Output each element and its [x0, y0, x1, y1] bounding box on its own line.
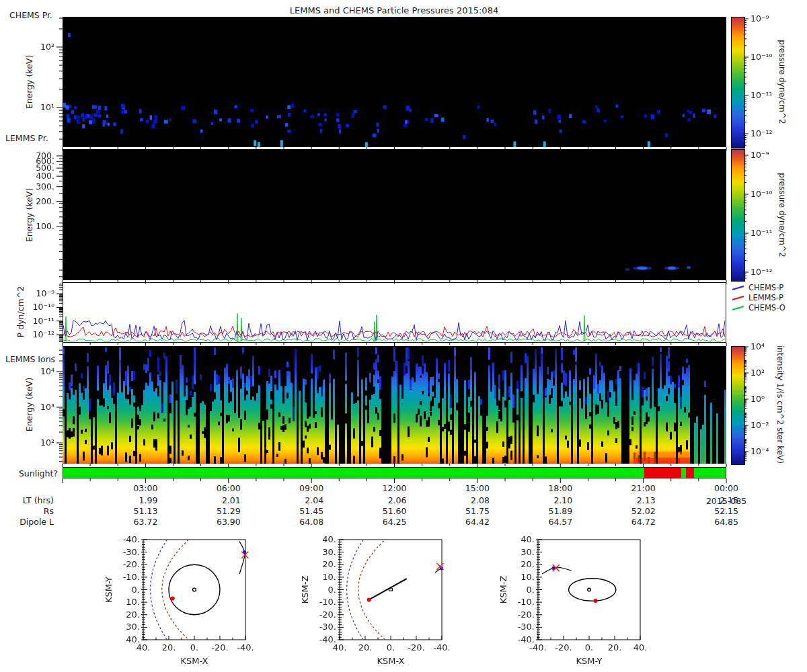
- svg-text:40.: 40.: [137, 642, 151, 653]
- svg-text:20.: 20.: [521, 559, 535, 569]
- svg-text:10⁻¹⁰: 10⁻¹⁰: [751, 189, 773, 199]
- trajectory: [542, 568, 572, 575]
- svg-text:10⁻²: 10⁻²: [751, 420, 769, 430]
- orbit-start-marker: [171, 597, 175, 601]
- orbit-start-marker: [367, 597, 371, 601]
- svg-text:-40.: -40.: [518, 634, 535, 644]
- current-position-x: [553, 564, 560, 571]
- time-tick-label: 18:00: [533, 483, 587, 493]
- current-position-x: [241, 552, 248, 558]
- sunlight-label: Sunlight?: [0, 468, 58, 478]
- sunlight-off-segment: [644, 468, 681, 478]
- time-tick-label: 03:00: [118, 483, 172, 493]
- lemms-colorbar-title: pressure dyne/cm^2: [777, 173, 787, 257]
- svg-text:40.: 40.: [521, 534, 535, 544]
- trajectory: [435, 568, 442, 573]
- ions-intensity-colorbar: [731, 346, 745, 465]
- eph-value: 51.60: [360, 506, 407, 516]
- svg-text:0.: 0.: [527, 585, 535, 595]
- page-title: LEMMS and CHEMS Particle Pressures 2015:…: [192, 5, 596, 15]
- svg-text:-10.: -10.: [319, 597, 336, 607]
- lemms-pressure-spectrogram: [63, 149, 726, 280]
- svg-text:500.: 500.: [36, 163, 54, 173]
- eph-value: 64.08: [276, 517, 323, 527]
- time-tick-label: 12:00: [368, 483, 422, 493]
- ions-spectrogram-canvas: [63, 346, 726, 464]
- eph-value: 64.57: [525, 517, 572, 527]
- svg-text:20.: 20.: [608, 642, 622, 653]
- svg-text:20.: 20.: [358, 642, 373, 653]
- svg-text:KSM-Z: KSM-Z: [300, 576, 310, 604]
- pressure-legend: CHEMS-P LEMMS-P CHEMS-O: [731, 282, 785, 312]
- svg-text:-40.: -40.: [123, 534, 140, 544]
- svg-text:10⁻¹²: 10⁻¹²: [32, 329, 54, 339]
- orbit-start-marker: [594, 599, 598, 603]
- saturn: [193, 588, 196, 591]
- svg-text:-10.: -10.: [518, 597, 535, 607]
- svg-text:10²: 10²: [751, 368, 765, 378]
- lemms-panel-label: LEMMS Pr.: [5, 133, 48, 143]
- ions-y-axis-title: Energy (keV): [24, 378, 34, 432]
- eph-row-label-dipole: Dipole L: [0, 517, 54, 527]
- svg-text:300.: 300.: [36, 181, 54, 192]
- svg-text:10⁻⁹: 10⁻⁹: [36, 288, 54, 298]
- svg-text:0.: 0.: [387, 642, 395, 653]
- svg-text:10⁻¹¹: 10⁻¹¹: [32, 316, 54, 326]
- svg-text:700.: 700.: [36, 151, 54, 161]
- svg-text:-20.: -20.: [123, 559, 140, 569]
- eph-value: 2.15: [691, 495, 738, 505]
- eph-value: 51.29: [194, 506, 241, 516]
- svg-text:10.: 10.: [126, 597, 140, 607]
- titan-orbit-edge: [369, 579, 407, 599]
- svg-text:10⁻⁴: 10⁻⁴: [751, 446, 769, 456]
- lemms-chems-pressure-plot: LEMMS and CHEMS Particle Pressures 2015:…: [0, 0, 807, 672]
- pressure-y-axis-title: P dyn/cm^2: [15, 286, 26, 337]
- svg-text:-30.: -30.: [123, 547, 140, 557]
- svg-text:-20.: -20.: [408, 642, 424, 653]
- eph-value: 2.06: [360, 495, 407, 505]
- svg-text:10³: 10³: [40, 402, 54, 412]
- eph-value: 52.15: [691, 506, 738, 516]
- svg-text:30.: 30.: [126, 622, 140, 632]
- bow-shock: [347, 540, 364, 640]
- spacecraft-marker: [243, 550, 246, 554]
- bow-shock: [150, 540, 167, 640]
- svg-text:0.: 0.: [132, 585, 140, 595]
- eph-row-label-lt: LT (hrs): [0, 495, 54, 505]
- svg-text:-20.: -20.: [518, 610, 535, 620]
- svg-text:600.: 600.: [36, 156, 54, 166]
- svg-text:100.: 100.: [36, 221, 54, 231]
- eph-value: 2.10: [525, 495, 572, 505]
- svg-text:-40.: -40.: [237, 642, 254, 653]
- svg-text:10⁻¹²: 10⁻¹²: [751, 128, 773, 138]
- svg-text:KSM-Z: KSM-Z: [498, 576, 508, 604]
- svg-text:10²: 10²: [40, 437, 54, 448]
- magnetopause: [358, 540, 385, 640]
- eph-value: 1.99: [110, 495, 157, 505]
- svg-text:20.: 20.: [322, 559, 336, 569]
- eph-value: 64.85: [691, 517, 738, 527]
- svg-text:30.: 30.: [322, 547, 336, 557]
- saturn: [588, 588, 591, 591]
- chems-p-line-icon: [731, 284, 746, 292]
- eph-value: 2.04: [276, 495, 323, 505]
- svg-text:40.: 40.: [333, 642, 347, 653]
- legend-item-lemms-p: LEMMS-P: [731, 292, 785, 302]
- svg-text:10⁻¹²: 10⁻¹²: [751, 267, 773, 277]
- chems-o-line-icon: [731, 304, 746, 312]
- svg-text:-30.: -30.: [319, 622, 336, 632]
- svg-text:40.: 40.: [633, 642, 648, 653]
- pressure-line-plot: [63, 282, 726, 343]
- svg-text:-10.: -10.: [123, 572, 140, 582]
- pressure-lines-canvas: [63, 283, 726, 342]
- time-tick-label: 00:00: [699, 483, 753, 493]
- svg-text:-40.: -40.: [319, 634, 336, 644]
- time-tick-label: 09:00: [284, 483, 338, 493]
- svg-text:KSM-Y: KSM-Y: [576, 656, 602, 666]
- svg-text:10⁴: 10⁴: [751, 341, 765, 351]
- svg-text:-30.: -30.: [518, 622, 535, 632]
- sunlight-bar: [63, 467, 726, 478]
- legend-label: CHEMS-O: [748, 303, 785, 312]
- svg-text:10²: 10²: [40, 42, 54, 52]
- titan-orbit: [569, 579, 616, 601]
